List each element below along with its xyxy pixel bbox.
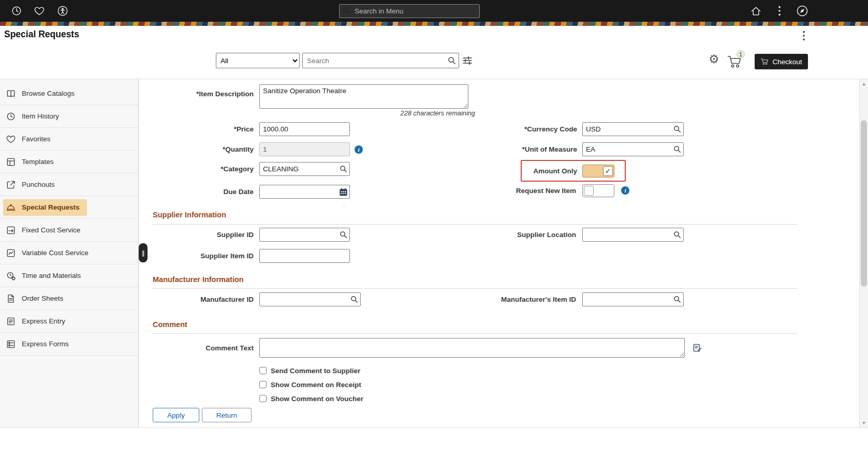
application-window: Special Requests All ⚙ 1 Checkout Browse… [0, 0, 868, 457]
page-title: Special Requests [4, 29, 79, 40]
uom-lookup-icon[interactable] [671, 145, 683, 153]
sidebar-item-punchouts[interactable]: Punchouts [0, 173, 138, 196]
vertical-scrollbar[interactable]: ▲ ▼ [859, 79, 868, 427]
sidebar-item-item-history[interactable]: Item History [0, 105, 138, 128]
category-lookup-icon[interactable] [337, 165, 349, 173]
gear-icon[interactable]: ⚙ [709, 53, 719, 65]
sidebar-item-time-and-materials[interactable]: Time and Materials [0, 264, 138, 287]
scroll-down-arrow[interactable]: ▼ [860, 419, 868, 427]
accessibility-icon[interactable] [56, 5, 69, 17]
supplier-id-lookup-icon[interactable] [337, 231, 349, 239]
section-divider [153, 333, 797, 334]
sidebar-item-browse-catalogs[interactable]: Browse Catalogs [0, 82, 138, 105]
send-comment-to-supplier-row: Send Comment to Supplier [259, 366, 360, 375]
calendar-icon[interactable] [337, 187, 349, 197]
sidebar-item-special-requests[interactable]: Special Requests [0, 196, 138, 219]
search-category-select[interactable]: All [216, 53, 300, 68]
punchouts-icon [5, 179, 17, 190]
characters-remaining: 228 characters remaining [259, 109, 475, 117]
currency-code-field [582, 122, 684, 136]
home-icon[interactable] [749, 5, 762, 17]
supplier-item-id-label: Supplier Item ID [140, 249, 254, 263]
request-new-item-checkbox[interactable]: ✓ [582, 184, 614, 197]
catalog-search-box [302, 53, 459, 68]
supplier-location-input[interactable] [583, 231, 671, 239]
templates-icon [5, 156, 17, 168]
supplier-id-input[interactable] [260, 231, 337, 239]
manufacturer-item-id-field [582, 292, 684, 306]
scrollbar-thumb[interactable] [861, 120, 867, 287]
category-input[interactable] [260, 165, 337, 173]
comment-section-title: Comment [153, 320, 187, 329]
content-bottom-divider [0, 427, 868, 428]
checkbox-knob: ✓ [603, 166, 613, 176]
due-date-label: Due Date [140, 185, 254, 199]
currency-code-input[interactable] [583, 125, 671, 133]
manufacturer-section-title: Manufacturer Information [153, 275, 244, 284]
return-button[interactable]: Return [202, 408, 252, 422]
currency-code-label: *Currency Code [463, 122, 577, 136]
special-requests-icon [5, 202, 17, 213]
navbar-compass-icon[interactable] [796, 5, 808, 17]
manufacturer-id-lookup-icon[interactable] [348, 296, 360, 303]
quantity-info-icon[interactable]: i [355, 145, 363, 154]
heart-icon [5, 134, 17, 145]
variable-cost-service-icon [5, 247, 17, 259]
recent-history-icon[interactable] [10, 5, 23, 17]
sidebar-item-templates[interactable]: Templates [0, 151, 138, 173]
unit-of-measure-input[interactable] [583, 145, 671, 153]
show-comment-on-receipt-row: Show Comment on Receipt [259, 380, 361, 389]
show-comment-on-receipt-checkbox[interactable] [259, 381, 267, 388]
filter-icon[interactable] [462, 55, 473, 66]
send-comment-to-supplier-checkbox[interactable] [259, 367, 267, 374]
item-description-label: *Item Description [140, 87, 254, 101]
manufacturer-id-field [259, 292, 361, 306]
supplier-item-id-input[interactable] [259, 249, 350, 263]
apply-button[interactable]: Apply [153, 408, 199, 422]
category-label: *Category [140, 162, 254, 176]
price-label: *Price [140, 122, 254, 136]
request-new-item-label: Request New Item [462, 184, 576, 198]
supplier-id-field [259, 228, 350, 242]
actions-menu-icon[interactable] [773, 5, 786, 17]
sidebar-collapse-handle[interactable]: ∥ [139, 243, 148, 262]
manufacturer-id-input[interactable] [260, 296, 348, 303]
checkout-button[interactable]: Checkout [755, 54, 808, 69]
favorites-heart-icon[interactable] [33, 5, 46, 17]
manufacturer-item-id-input[interactable] [583, 296, 671, 303]
global-search-input[interactable] [354, 7, 476, 16]
time-and-materials-icon [5, 270, 17, 282]
manufacturer-item-id-lookup-icon[interactable] [671, 296, 683, 303]
price-input[interactable] [259, 122, 350, 136]
sidebar-item-express-forms[interactable]: Express Forms [0, 333, 138, 356]
supplier-location-lookup-icon[interactable] [671, 231, 683, 239]
show-comment-on-voucher-checkbox[interactable] [259, 395, 267, 402]
sidebar-item-fixed-cost-service[interactable]: Fixed Cost Service [0, 219, 138, 242]
search-icon[interactable] [343, 7, 350, 16]
scroll-up-arrow[interactable]: ▲ [860, 80, 868, 88]
sidebar-item-express-entry[interactable]: Express Entry [0, 310, 138, 333]
catalog-search-input[interactable] [303, 57, 445, 65]
spell-check-icon[interactable] [692, 343, 702, 353]
due-date-input[interactable] [260, 188, 337, 196]
supplier-location-label: Supplier Location [462, 228, 576, 242]
currency-lookup-icon[interactable] [671, 125, 683, 133]
search-icon[interactable] [445, 56, 459, 65]
page-actions-icon[interactable] [799, 30, 809, 41]
sidebar-item-favorites[interactable]: Favorites [0, 128, 138, 151]
show-comment-on-voucher-row: Show Comment on Voucher [259, 394, 363, 403]
express-entry-icon [5, 316, 17, 327]
supplier-section-title: Supplier Information [153, 211, 226, 219]
item-description-input[interactable]: Sanitize Operation Theatre [259, 84, 468, 109]
comment-text-label: Comment Text [140, 341, 254, 355]
global-header [0, 0, 868, 22]
comment-text-input[interactable] [259, 338, 685, 358]
amount-only-checkbox[interactable]: ✓ [582, 165, 614, 178]
request-new-item-info-icon[interactable]: i [621, 186, 629, 195]
theme-banner-strip [0, 22, 868, 26]
due-date-field [259, 185, 350, 199]
sidebar-item-order-sheets[interactable]: Order Sheets [0, 287, 138, 310]
fixed-cost-service-icon [5, 225, 17, 236]
sidebar-item-variable-cost-service[interactable]: Variable Cost Service [0, 242, 138, 264]
unit-of-measure-field [582, 142, 684, 156]
